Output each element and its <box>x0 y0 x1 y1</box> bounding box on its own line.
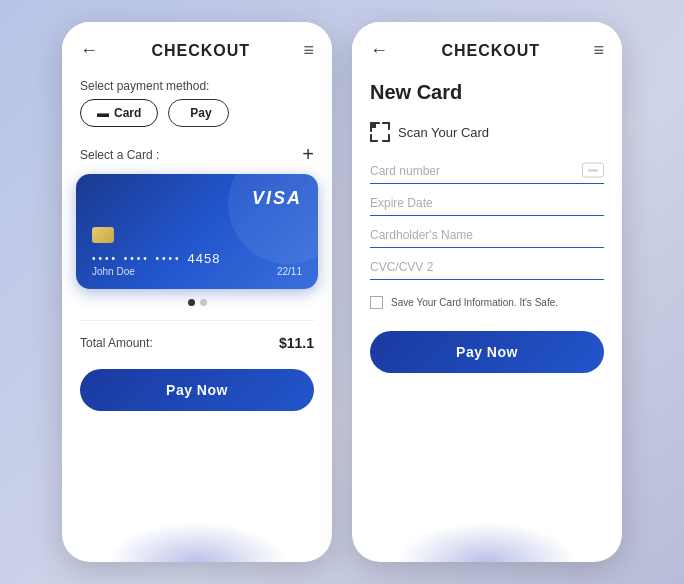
page-title-2: CHECKOUT <box>441 42 540 60</box>
card-select-row: Select a Card : + <box>62 139 332 174</box>
scan-icon <box>370 122 390 142</box>
phone-2: ← CHECKOUT ≡ New Card Scan Your Card Sav… <box>352 22 622 562</box>
header-1: ← CHECKOUT ≡ <box>62 22 332 71</box>
card-payment-button[interactable]: ▬ Card <box>80 99 158 127</box>
total-row: Total Amount: $11.1 <box>62 327 332 359</box>
card-number-wrapper <box>370 156 604 184</box>
menu-icon-2[interactable]: ≡ <box>593 40 604 61</box>
bottom-blob-1 <box>107 522 287 562</box>
card-holder: John Doe <box>92 266 135 277</box>
card-number-row: •••• •••• •••• 4458 <box>92 251 302 266</box>
card-dots: •••• •••• •••• <box>92 253 182 264</box>
phone-1: ← CHECKOUT ≡ Select payment method: ▬ Ca… <box>62 22 332 562</box>
card-chip <box>92 227 114 243</box>
save-label: Save Your Card Information. It's Safe. <box>391 297 558 308</box>
add-card-button[interactable]: + <box>302 143 314 166</box>
card-section-label: Select a Card : <box>80 148 159 162</box>
cardholder-name-input[interactable] <box>370 220 604 248</box>
card-icon: ▬ <box>97 106 109 120</box>
visa-logo: VISA <box>252 188 302 209</box>
page-title-1: CHECKOUT <box>151 42 250 60</box>
back-button-2[interactable]: ← <box>370 40 388 61</box>
header-2: ← CHECKOUT ≡ <box>352 22 622 71</box>
card-label: Card <box>114 106 141 120</box>
card-bottom-row: John Doe 22/11 <box>92 266 302 277</box>
pay-now-button-2[interactable]: Pay Now <box>370 331 604 373</box>
cardholder-name-group <box>352 220 622 248</box>
expire-date-group <box>352 188 622 216</box>
expire-date-input[interactable] <box>370 188 604 216</box>
scan-corner-bl <box>370 134 378 142</box>
scan-label: Scan Your Card <box>398 125 489 140</box>
cvc-input[interactable] <box>370 252 604 280</box>
back-button-1[interactable]: ← <box>80 40 98 61</box>
card-scan-icon <box>582 163 604 178</box>
card-last4: 4458 <box>188 251 221 266</box>
save-row: Save Your Card Information. It's Safe. <box>352 284 622 321</box>
new-card-title: New Card <box>352 71 622 118</box>
bottom-blob-2 <box>397 522 577 562</box>
card-indicator <box>62 289 332 314</box>
scan-corner-tr <box>382 122 390 130</box>
card-number-input[interactable] <box>370 156 604 184</box>
total-label: Total Amount: <box>80 336 153 350</box>
card-number-group <box>352 156 622 184</box>
credit-card[interactable]: VISA •••• •••• •••• 4458 John Doe 22/11 <box>76 174 318 289</box>
dot-2 <box>200 299 207 306</box>
menu-icon-1[interactable]: ≡ <box>303 40 314 61</box>
applepay-payment-button[interactable]: Pay <box>168 99 228 127</box>
scan-row[interactable]: Scan Your Card <box>352 118 622 156</box>
pay-now-button-1[interactable]: Pay Now <box>80 369 314 411</box>
divider <box>80 320 314 321</box>
applepay-text: Pay <box>190 106 211 120</box>
card-wrapper: VISA •••• •••• •••• 4458 John Doe 22/11 <box>62 174 332 289</box>
scan-corner-br <box>382 134 390 142</box>
card-expiry: 22/11 <box>277 266 302 277</box>
dot-1 <box>188 299 195 306</box>
cvc-group <box>352 252 622 280</box>
payment-section-label: Select payment method: <box>62 71 332 99</box>
payment-methods: ▬ Card Pay <box>62 99 332 139</box>
total-amount: $11.1 <box>279 335 314 351</box>
save-checkbox[interactable] <box>370 296 383 309</box>
